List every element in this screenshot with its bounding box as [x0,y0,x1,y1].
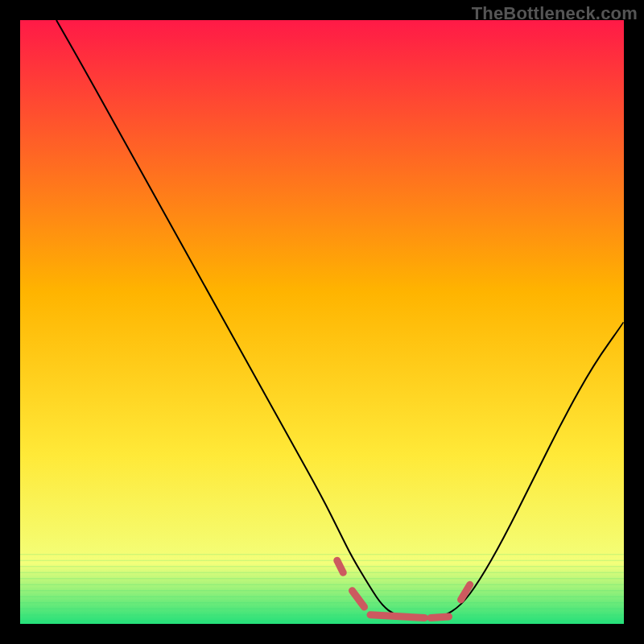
border-bottom [0,624,644,644]
target-marker-segment [370,615,425,618]
plot-gradient-background [20,20,624,624]
target-marker-segment [431,617,449,618]
watermark-text: TheBottleneck.com [472,3,638,24]
border-left [0,0,20,644]
chart-frame: TheBottleneck.com [0,0,644,644]
bottleneck-chart [0,0,644,644]
border-right [624,0,644,644]
